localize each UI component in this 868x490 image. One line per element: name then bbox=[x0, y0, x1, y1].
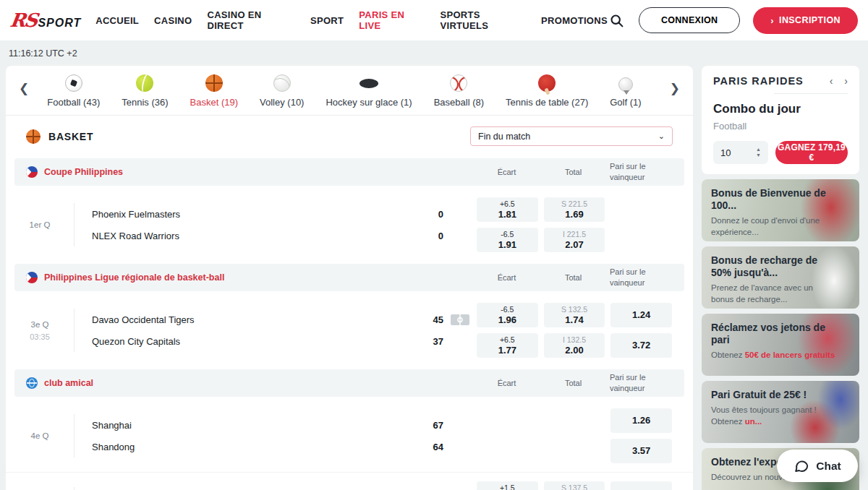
team-name[interactable]: Shandong bbox=[92, 442, 135, 452]
odds-cell[interactable]: S 221.5 1.69 bbox=[544, 197, 605, 222]
promo-title: Pari Gratuit de 25€ ! bbox=[711, 389, 830, 401]
sports-tabs-strip: Football (43) Tennis (36) Basket (19) Vo… bbox=[36, 74, 663, 108]
combo-title: Combo du jour bbox=[713, 102, 848, 116]
match-row: 1er Q Phoenix Fuelmasters 0 NLEX Road Wa… bbox=[6, 189, 693, 261]
team-score: 0 bbox=[414, 209, 443, 220]
sport-title-wrap: BASKET bbox=[26, 129, 93, 144]
match-row: 2e Q 01:50 Elitzur Yavne 28 Hapoel Bnei … bbox=[6, 472, 693, 490]
sport-tab-basket[interactable]: Basket (19) bbox=[179, 74, 249, 108]
column-header-winner: Pari sur le vainqueur bbox=[610, 372, 673, 394]
odds-cell[interactable]: +6.5 1.77 bbox=[477, 333, 538, 358]
tennis-icon bbox=[136, 74, 153, 92]
odds-cell[interactable]: 3.57 bbox=[610, 439, 672, 463]
team-icon-slot[interactable] bbox=[443, 314, 477, 325]
tabs-scroll-right-icon[interactable]: ❯ bbox=[663, 81, 687, 108]
nav-item-casino-en-direct[interactable]: CASINO EN DIRECT bbox=[207, 9, 295, 31]
gagnez-button[interactable]: GAGNEZ 179,19 € bbox=[775, 141, 848, 164]
chat-button[interactable]: Chat bbox=[777, 450, 858, 482]
odds-cell[interactable]: S 137.5 1.86 bbox=[544, 481, 605, 490]
sport-tab-tennis[interactable]: Tennis (36) bbox=[111, 74, 179, 108]
odds-column bbox=[477, 408, 538, 463]
team-name[interactable]: Davao Occidental Tigers bbox=[92, 314, 195, 325]
team-line: Elitzur Yavne 28 bbox=[92, 487, 477, 490]
paris-rapides-title: PARIS RAPIDES bbox=[713, 75, 804, 87]
sport-tab-football[interactable]: Football (43) bbox=[36, 74, 111, 108]
odds-cell[interactable]: I 221.5 2.07 bbox=[544, 228, 605, 252]
nav-item-sport[interactable]: SPORT bbox=[310, 15, 344, 26]
chevron-right-icon: › bbox=[770, 15, 774, 26]
odds-cell[interactable]: 1.93 bbox=[610, 481, 672, 490]
match-status: 3e Q 03:35 bbox=[6, 320, 74, 341]
column-header-total: Total bbox=[542, 273, 604, 282]
tabletennis-icon bbox=[538, 74, 556, 92]
logo-sport-text: SPORT bbox=[38, 17, 81, 30]
odds-cell[interactable]: 1.24 bbox=[610, 303, 672, 327]
team-name[interactable]: Quezon City Capitals bbox=[92, 336, 180, 347]
column-header-ecart: Écart bbox=[476, 168, 537, 176]
tabs-scroll-left-icon[interactable]: ❮ bbox=[12, 81, 36, 108]
sport-tab-baseball[interactable]: Baseball (8) bbox=[423, 74, 495, 108]
match-quarter: 4e Q bbox=[6, 431, 74, 440]
connexion-button[interactable]: CONNEXION bbox=[639, 7, 740, 33]
team-line: Shanghai 67 bbox=[92, 414, 477, 436]
nav-item-sports-virtuels[interactable]: SPORTS VIRTUELS bbox=[441, 9, 527, 31]
odds-column bbox=[610, 197, 672, 252]
sport-tab-tabletennis[interactable]: Tennis de table (27) bbox=[495, 74, 599, 108]
team-line: Davao Occidental Tigers 45 bbox=[92, 309, 477, 330]
promo-text: Vous êtes toujours gagnant ! Obtenez un.… bbox=[711, 405, 835, 427]
basketball-icon bbox=[26, 129, 41, 144]
match-teams: Davao Occidental Tigers 45 Quezon City C… bbox=[74, 309, 477, 352]
odds-cell[interactable]: S 132.5 1.74 bbox=[544, 303, 605, 327]
match-status: 4e Q bbox=[6, 431, 74, 440]
sport-tab-volley[interactable]: Volley (10) bbox=[249, 74, 315, 108]
inscription-button[interactable]: › INSCRIPTION bbox=[753, 7, 858, 34]
combo-prev-icon[interactable]: ‹ bbox=[830, 75, 833, 87]
sport-tab-badminton[interactable]: Badminton (9) bbox=[652, 74, 663, 108]
promo-card-football[interactable]: Bonus de Bienvenue de 100... Donnez le c… bbox=[702, 179, 859, 241]
search-icon[interactable] bbox=[608, 12, 626, 30]
nav-item-paris-en-live[interactable]: PARIS EN LIVE bbox=[359, 9, 425, 31]
team-name[interactable]: NLEX Road Warriors bbox=[92, 231, 179, 241]
odds-cell[interactable]: -6.5 1.91 bbox=[477, 228, 538, 252]
team-name[interactable]: Shanghai bbox=[92, 420, 132, 431]
odds-cell[interactable]: 3.72 bbox=[610, 333, 672, 358]
promo-highlight: un... bbox=[745, 417, 762, 426]
stake-stepper[interactable]: 10 ▲▼ bbox=[713, 141, 768, 164]
team-name[interactable]: Phoenix Fuelmasters bbox=[92, 209, 180, 220]
chat-label: Chat bbox=[816, 460, 841, 473]
basket-icon bbox=[205, 74, 223, 92]
sport-tab-golf[interactable]: Golf (1) bbox=[599, 77, 652, 108]
inscription-label: INSCRIPTION bbox=[779, 15, 841, 25]
match-odds: +6.5 1.81 -6.5 1.91 S 221.5 1.69 I 221.5… bbox=[477, 197, 672, 252]
sport-header-row: BASKET Fin du match ⌄ bbox=[6, 116, 693, 155]
combo-next-icon[interactable]: › bbox=[844, 75, 848, 87]
nav-item-accueil[interactable]: ACCUEIL bbox=[95, 15, 139, 26]
odds-cell[interactable]: +6.5 1.81 bbox=[477, 197, 538, 222]
promo-card-basket[interactable]: Réclamez vos jetons de pari Obtenez 50€ … bbox=[702, 314, 859, 376]
league-name[interactable]: Coupe Philippines bbox=[44, 167, 123, 177]
market-filter-select[interactable]: Fin du match ⌄ bbox=[470, 126, 673, 146]
brand-logo[interactable]: RS SPORT bbox=[10, 9, 81, 31]
stake-value: 10 bbox=[720, 147, 731, 158]
sports-tab-bar: ❮ Football (43) Tennis (36) Basket (19) … bbox=[6, 66, 693, 116]
sport-tab-hockey[interactable]: Hockey sur glace (1) bbox=[315, 74, 422, 108]
odds-cell[interactable]: I 132.5 2.00 bbox=[544, 333, 605, 358]
utc-clock: 11:16:12 UTC +2 bbox=[0, 40, 868, 66]
league-name[interactable]: club amical bbox=[44, 378, 93, 388]
combo-sport-label: Football bbox=[713, 121, 848, 132]
league-name[interactable]: Philippines Ligue régionale de basket-ba… bbox=[44, 272, 224, 283]
odds-cell[interactable]: +1.5 1.83 bbox=[477, 481, 538, 490]
odds-cell[interactable]: -6.5 1.96 bbox=[477, 303, 538, 327]
match-row: 4e Q Shanghai 67 Shandong 64 1.26 3.57 bbox=[6, 400, 693, 472]
league-header: Coupe Philippines Écart Total Pari sur l… bbox=[14, 158, 684, 186]
volley-icon bbox=[273, 74, 291, 92]
promo-card-amfoot[interactable]: Pari Gratuit de 25€ ! Vous êtes toujours… bbox=[702, 381, 859, 443]
odds-cell[interactable]: 1.26 bbox=[610, 408, 672, 433]
nav-item-promotions[interactable]: PROMOTIONS bbox=[541, 15, 608, 26]
match-odds: -6.5 1.96 +6.5 1.77 S 132.5 1.74 I 132.5… bbox=[477, 303, 672, 358]
nav-item-casino[interactable]: CASINO bbox=[154, 15, 192, 26]
promo-card-tennis[interactable]: Bonus de recharge de 50% jusqu'à... Pren… bbox=[702, 246, 859, 309]
divider bbox=[774, 93, 848, 94]
stepper-arrows-icon[interactable]: ▲▼ bbox=[756, 147, 761, 158]
team-line: NLEX Road Warriors 0 bbox=[92, 225, 477, 246]
